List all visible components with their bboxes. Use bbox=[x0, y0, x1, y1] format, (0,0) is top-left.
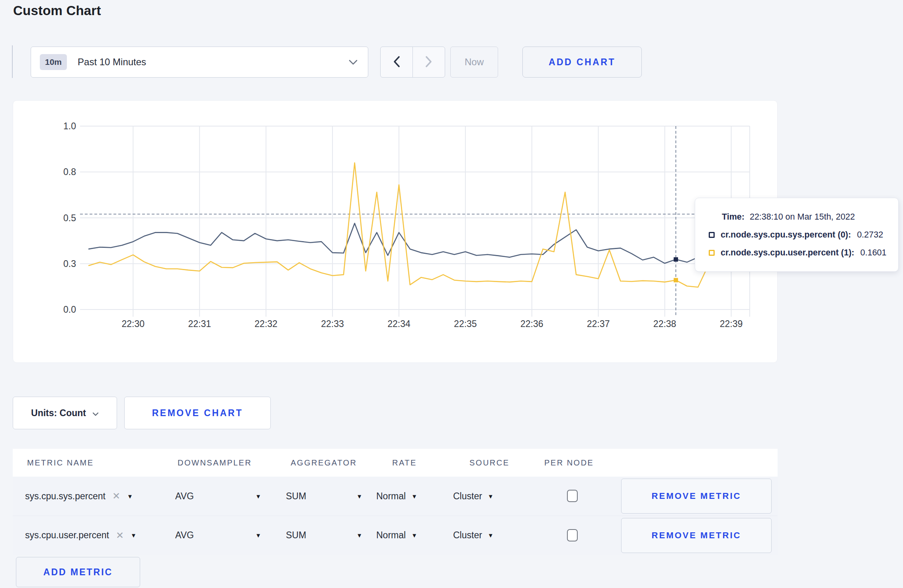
x-axis-tick: 22:37 bbox=[575, 319, 622, 329]
aggregator-value: SUM bbox=[286, 491, 306, 502]
x-axis-tick: 22:31 bbox=[176, 319, 223, 329]
tooltip-time-value: 22:38:10 on Mar 15th, 2022 bbox=[750, 212, 855, 222]
plot-area: 1.00.80.50.30.022:3022:3122:3222:3322:34… bbox=[13, 101, 777, 362]
rate-select[interactable]: Normal ▼ bbox=[376, 516, 417, 555]
y-axis-tick: 0.5 bbox=[36, 212, 76, 224]
series-line-1 bbox=[89, 163, 742, 287]
y-axis-tick: 1.0 bbox=[36, 120, 76, 132]
per-node-checkbox[interactable] bbox=[567, 529, 578, 541]
x-axis-tick: 22:32 bbox=[242, 319, 290, 329]
chevron-left-icon bbox=[393, 56, 400, 68]
downsampler-select[interactable]: AVG ▼ bbox=[175, 477, 261, 516]
source-select[interactable]: Cluster ▼ bbox=[453, 477, 494, 516]
y-axis-tick: 0.8 bbox=[36, 165, 76, 178]
now-button[interactable]: Now bbox=[450, 47, 498, 78]
x-axis-tick: 22:35 bbox=[442, 319, 489, 329]
remove-metric-button[interactable]: REMOVE METRIC bbox=[621, 518, 772, 553]
clear-metric-icon[interactable]: ✕ bbox=[116, 530, 124, 541]
source-select[interactable]: Cluster ▼ bbox=[453, 516, 494, 555]
caret-down-icon: ▼ bbox=[255, 532, 261, 539]
tooltip-series-value: 0.1601 bbox=[860, 248, 887, 258]
custom-chart-page: Custom Chart 10m Past 10 Minutes Now ADD… bbox=[0, 0, 903, 588]
col-header-metric-name: METRIC NAME bbox=[27, 449, 94, 477]
caret-down-icon: ▼ bbox=[356, 493, 362, 500]
col-header-downsampler: DOWNSAMPLER bbox=[178, 449, 252, 477]
metrics-table: METRIC NAME DOWNSAMPLER AGGREGATOR RATE … bbox=[13, 449, 778, 555]
downsampler-value: AVG bbox=[175, 491, 194, 502]
per-node-checkbox[interactable] bbox=[567, 490, 578, 502]
tooltip-time-row: Time: 22:38:10 on Mar 15th, 2022 bbox=[722, 212, 898, 222]
tooltip-series-row: cr.node.sys.cpu.sys.percent (0): 0.2732 bbox=[709, 230, 898, 240]
caret-down-icon: ▼ bbox=[488, 532, 494, 539]
x-axis-tick: 22:39 bbox=[708, 319, 755, 329]
page-title: Custom Chart bbox=[13, 3, 101, 18]
col-header-aggregator: AGGREGATOR bbox=[291, 449, 357, 477]
tooltip-series-name: cr.node.sys.cpu.user.percent (1): bbox=[721, 248, 854, 258]
aggregator-value: SUM bbox=[286, 530, 306, 541]
col-header-source: SOURCE bbox=[469, 449, 510, 477]
source-value: Cluster bbox=[453, 491, 482, 502]
caret-down-icon: ▼ bbox=[356, 532, 362, 539]
metric-name: sys.cpu.sys.percent bbox=[25, 491, 106, 502]
metric-name-select[interactable]: sys.cpu.user.percent ✕ ▼ bbox=[25, 516, 137, 555]
aggregator-select[interactable]: SUM ▼ bbox=[286, 516, 362, 555]
caret-down-icon: ▼ bbox=[411, 532, 417, 539]
units-select[interactable]: Units: Count bbox=[13, 397, 117, 429]
units-label: Units: Count bbox=[31, 408, 86, 419]
rate-value: Normal bbox=[376, 491, 406, 502]
remove-metric-button[interactable]: REMOVE METRIC bbox=[621, 479, 772, 514]
sys-series-swatch-icon bbox=[709, 232, 715, 238]
metric-name-select[interactable]: sys.cpu.sys.percent ✕ ▼ bbox=[25, 477, 133, 516]
col-header-rate: RATE bbox=[392, 449, 417, 477]
x-axis-tick: 22:38 bbox=[641, 319, 689, 329]
crosshair-dot-1 bbox=[674, 278, 678, 282]
y-axis-tick: 0.3 bbox=[36, 257, 76, 270]
x-axis-tick: 22:30 bbox=[109, 319, 157, 329]
caret-down-icon: ▼ bbox=[411, 493, 417, 500]
toolbar-divider bbox=[12, 45, 13, 78]
time-range-label: Past 10 Minutes bbox=[78, 56, 146, 68]
x-axis-tick: 22:36 bbox=[508, 319, 556, 329]
add-metric-button[interactable]: ADD METRIC bbox=[16, 557, 140, 587]
col-header-per-node: PER NODE bbox=[544, 449, 594, 477]
add-chart-button[interactable]: ADD CHART bbox=[522, 47, 642, 78]
tooltip-series-row: cr.node.sys.cpu.user.percent (1): 0.1601 bbox=[709, 248, 898, 258]
metric-row: sys.cpu.user.percent ✕ ▼ AVG ▼ SUM ▼ Nor… bbox=[13, 516, 778, 555]
source-value: Cluster bbox=[453, 530, 482, 541]
metrics-table-header: METRIC NAME DOWNSAMPLER AGGREGATOR RATE … bbox=[13, 449, 778, 477]
remove-chart-button[interactable]: REMOVE CHART bbox=[124, 397, 271, 429]
chevron-right-icon bbox=[425, 56, 432, 68]
metric-name: sys.cpu.user.percent bbox=[25, 530, 109, 541]
x-axis-tick: 22:34 bbox=[375, 319, 423, 329]
downsampler-select[interactable]: AVG ▼ bbox=[175, 516, 261, 555]
prev-time-button[interactable] bbox=[381, 47, 412, 77]
tooltip-time-label: Time: bbox=[722, 212, 745, 222]
chart-card: 1.00.80.50.30.022:3022:3122:3222:3322:34… bbox=[13, 100, 778, 363]
tooltip-series-value: 0.2732 bbox=[857, 230, 883, 240]
caret-down-icon: ▼ bbox=[255, 493, 261, 500]
caret-down-icon: ▼ bbox=[488, 493, 494, 500]
clear-metric-icon[interactable]: ✕ bbox=[112, 491, 120, 502]
tooltip-series-name: cr.node.sys.cpu.sys.percent (0): bbox=[721, 230, 851, 240]
gridlines bbox=[80, 126, 750, 317]
x-axis-tick: 22:33 bbox=[309, 319, 356, 329]
caret-down-icon: ▼ bbox=[127, 493, 133, 500]
rate-value: Normal bbox=[376, 530, 406, 541]
time-range-badge: 10m bbox=[40, 54, 67, 70]
chart-tooltip: Time: 22:38:10 on Mar 15th, 2022 cr.node… bbox=[695, 198, 899, 272]
chevron-down-icon bbox=[92, 408, 99, 419]
crosshair-dot-0 bbox=[674, 257, 678, 262]
series-line-0 bbox=[89, 223, 742, 263]
time-range-select[interactable]: 10m Past 10 Minutes bbox=[31, 47, 368, 78]
aggregator-select[interactable]: SUM ▼ bbox=[286, 477, 362, 516]
metric-row: sys.cpu.sys.percent ✕ ▼ AVG ▼ SUM ▼ Norm… bbox=[13, 477, 778, 516]
downsampler-value: AVG bbox=[175, 530, 194, 541]
y-axis-tick: 0.0 bbox=[36, 303, 76, 316]
rate-select[interactable]: Normal ▼ bbox=[376, 477, 417, 516]
caret-down-icon: ▼ bbox=[131, 532, 137, 539]
time-step-controls bbox=[380, 47, 445, 78]
chevron-down-icon bbox=[349, 60, 358, 65]
next-time-button[interactable] bbox=[412, 47, 445, 77]
user-series-swatch-icon bbox=[709, 250, 715, 256]
